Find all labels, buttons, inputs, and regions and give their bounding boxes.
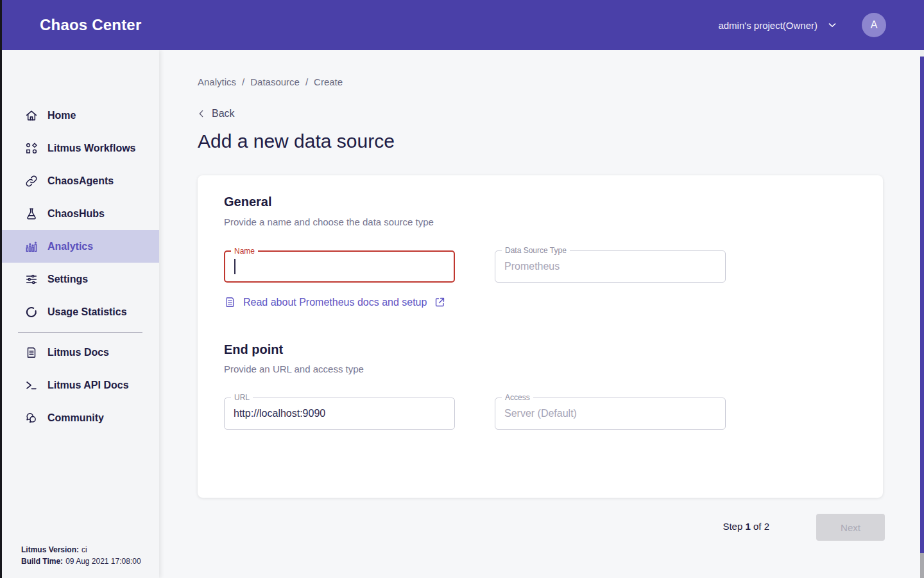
datasource-form-card: General Provide a name and choose the da… <box>198 175 883 498</box>
breadcrumb-separator: / <box>242 76 244 87</box>
app-root: Chaos Center admin's project(Owner) A Ho… <box>0 0 924 578</box>
url-input[interactable]: URL http://localhost:9090 <box>224 398 455 430</box>
avatar[interactable]: A <box>862 13 886 37</box>
sidebar-item-label: Analytics <box>47 241 93 252</box>
agents-link-icon <box>24 174 38 188</box>
access-select-label: Access <box>502 393 533 402</box>
app-title: Chaos Center <box>40 16 141 34</box>
step-prefix: Step <box>723 521 742 532</box>
chevron-left-icon <box>196 109 207 119</box>
document-icon <box>24 346 38 360</box>
url-input-label: URL <box>231 393 253 402</box>
back-label: Back <box>212 108 235 119</box>
project-selector-label: admin's project(Owner) <box>718 20 817 31</box>
avatar-initial: A <box>871 19 878 31</box>
back-button[interactable]: Back <box>196 108 235 119</box>
sidebar-item-label: ChaosAgents <box>47 175 114 187</box>
sidebar-item-chaoshubs[interactable]: ChaosHubs <box>2 197 159 230</box>
name-input[interactable]: Name <box>224 250 455 283</box>
access-select-value: Server (Default) <box>504 408 577 419</box>
sidebar-item-label: Home <box>47 110 76 121</box>
sidebar-item-label: ChaosHubs <box>47 208 105 220</box>
terminal-icon <box>24 378 38 392</box>
data-source-type-value: Prometheus <box>504 261 560 272</box>
breadcrumb-create[interactable]: Create <box>314 76 343 87</box>
sidebar-item-usage-statistics[interactable]: Usage Statistics <box>2 295 159 328</box>
sidebar-item-litmus-api-docs[interactable]: Litmus API Docs <box>2 369 159 401</box>
build-info: Litmus Version:ci Build Time:09 Aug 2021… <box>21 544 141 567</box>
litmus-version-label: Litmus Version: <box>21 545 79 554</box>
step-current: 1 <box>745 521 750 532</box>
breadcrumb-analytics[interactable]: Analytics <box>198 76 236 87</box>
breadcrumb-separator: / <box>305 76 308 87</box>
main-content: Analytics / Datasource / Create Back Add… <box>159 50 920 578</box>
document-icon <box>224 296 236 308</box>
analytics-chart-icon <box>24 240 38 254</box>
sidebar-item-label: Litmus API Docs <box>47 380 129 391</box>
name-input-label: Name <box>231 247 258 256</box>
general-heading: General <box>224 195 271 209</box>
sidebar-divider <box>18 332 142 333</box>
scrollbar-corner <box>920 553 924 578</box>
sidebar-item-analytics[interactable]: Analytics <box>2 230 159 263</box>
page-title: Add a new data source <box>198 130 395 152</box>
sidebar-item-litmus-docs[interactable]: Litmus Docs <box>2 336 159 369</box>
window-edge <box>0 0 2 578</box>
access-select: Access Server (Default) <box>495 398 726 430</box>
sidebar: Home Litmus Workflows ChaosAgents ChaosH… <box>2 50 159 578</box>
sidebar-item-label: Settings <box>47 274 88 285</box>
endpoint-subtext: Provide an URL and access type <box>224 363 364 374</box>
litmus-version-value: ci <box>81 545 87 554</box>
text-cursor <box>234 259 235 274</box>
sidebar-item-home[interactable]: Home <box>2 99 159 132</box>
general-subtext: Provide a name and choose the data sourc… <box>224 216 434 227</box>
endpoint-heading: End point <box>224 342 283 357</box>
step-indicator: Step 1 of 2 <box>723 521 769 532</box>
sliders-icon <box>24 272 38 286</box>
home-icon <box>24 109 38 123</box>
data-source-type-select: Data Source Type Prometheus <box>495 250 726 283</box>
sidebar-item-label: Community <box>47 412 104 424</box>
next-button: Next <box>816 514 885 541</box>
flask-icon <box>24 207 38 221</box>
sidebar-item-label: Litmus Docs <box>47 347 109 358</box>
app-header: Chaos Center admin's project(Owner) A <box>0 0 924 50</box>
stepper-row: Step 1 of 2 Next <box>159 514 883 541</box>
build-time-label: Build Time: <box>21 557 63 566</box>
external-link-icon <box>434 296 446 308</box>
breadcrumb-datasource[interactable]: Datasource <box>250 76 300 87</box>
url-input-value: http://localhost:9090 <box>234 408 325 419</box>
sidebar-item-community[interactable]: Community <box>2 401 159 434</box>
prometheus-docs-link[interactable]: Read about Prometheus docs and setup <box>224 296 446 308</box>
sidebar-nav: Home Litmus Workflows ChaosAgents ChaosH… <box>2 99 159 434</box>
chevron-down-icon <box>826 19 838 31</box>
step-suffix: of 2 <box>753 521 769 532</box>
project-selector[interactable]: admin's project(Owner) <box>718 19 838 31</box>
sidebar-item-litmus-workflows[interactable]: Litmus Workflows <box>2 132 159 164</box>
sidebar-item-label: Usage Statistics <box>47 306 127 318</box>
data-source-type-label: Data Source Type <box>502 246 570 255</box>
build-time-value: 09 Aug 2021 17:08:00 <box>65 557 141 566</box>
scrollbar-thumb[interactable] <box>920 57 924 553</box>
workflows-icon <box>24 141 38 155</box>
breadcrumb: Analytics / Datasource / Create <box>198 76 343 87</box>
sidebar-item-settings[interactable]: Settings <box>2 263 159 295</box>
chat-bubbles-icon <box>24 411 38 425</box>
scrollbar-track <box>920 50 924 578</box>
usage-donut-icon <box>24 305 38 319</box>
sidebar-item-label: Litmus Workflows <box>47 143 136 154</box>
prometheus-docs-link-label: Read about Prometheus docs and setup <box>243 297 427 308</box>
sidebar-item-chaosagents[interactable]: ChaosAgents <box>2 164 159 197</box>
